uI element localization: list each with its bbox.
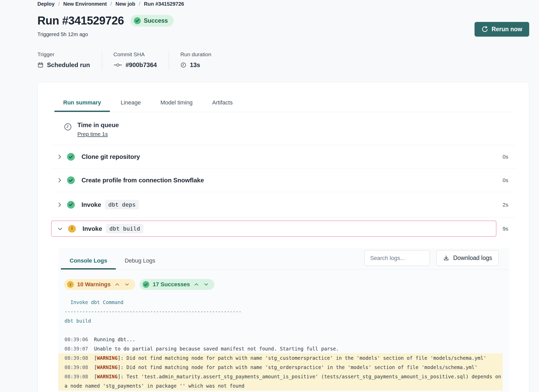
breadcrumb: Deploy / New Environment / New job / Run… (37, 0, 529, 7)
log-warning-tag: WARNING (97, 355, 118, 361)
meta-commit: Commit SHA #900b7364 (113, 51, 169, 70)
chevron-down-icon[interactable] (58, 227, 63, 231)
run-duration-label: Run duration (180, 51, 211, 58)
log-filter-badges: ! 10 Warnings 17 Successes (58, 270, 509, 290)
breadcrumb-current-run: Run #341529726 (144, 1, 184, 7)
step-invoke-dbt-build-row: ! Invoke dbt build 9s (51, 221, 516, 237)
step-duration: 9s (503, 226, 516, 232)
tab-lineage[interactable]: Lineage (112, 97, 150, 112)
page-title: Run #341529726 (37, 14, 124, 27)
tab-console-logs[interactable]: Console Logs (61, 255, 116, 270)
success-check-icon (67, 176, 75, 184)
tab-artifacts[interactable]: Artifacts (203, 97, 241, 112)
log-line: ----------------------------------------… (58, 307, 503, 316)
success-check-icon (143, 281, 149, 288)
download-logs-label: Download logs (453, 255, 492, 262)
rerun-icon (481, 26, 488, 33)
log-line: 08:39:08 [WARNING]: Did not find matchin… (58, 363, 503, 372)
log-content: Invoke dbt Command----------------------… (58, 298, 503, 390)
chevron-right-icon[interactable] (58, 154, 62, 159)
run-duration-value: 13s (190, 61, 200, 69)
step-duration: 0s (503, 154, 516, 160)
queue-clock-icon (63, 123, 72, 137)
commit-sha-label: Commit SHA (113, 51, 157, 58)
tab-run-summary[interactable]: Run summary (54, 97, 110, 112)
step-create-profile-snowflake[interactable]: Create profile from connection Snowflake… (51, 169, 516, 192)
warning-icon: ! (67, 281, 74, 288)
log-line: 08:39:08 [WARNING]: Test 'test.admin_mat… (58, 372, 503, 390)
trigger-label: Trigger (37, 51, 90, 58)
status-badge: Success (130, 15, 173, 27)
run-summary-card: Run summary Lineage Model timing Artifac… (37, 82, 529, 392)
download-icon (443, 255, 449, 261)
successes-badge-label: 17 Successes (153, 281, 190, 288)
log-line: dbt build (58, 316, 503, 325)
calendar-icon (37, 62, 44, 68)
run-meta: Trigger Scheduled run Commit SHA #900b73… (37, 51, 529, 70)
clock-icon (180, 62, 186, 68)
breadcrumb-deploy[interactable]: Deploy (37, 1, 55, 7)
trigger-value: Scheduled run (47, 61, 90, 69)
breadcrumb-separator: / (139, 1, 140, 7)
search-logs-input[interactable] (364, 250, 430, 266)
warnings-next-chevron-down-icon[interactable] (124, 282, 130, 287)
chevron-right-icon[interactable] (58, 178, 62, 183)
step-label: Invoke (81, 201, 101, 208)
meta-duration: Run duration 13s (180, 51, 223, 70)
git-commit-icon (113, 62, 122, 68)
step-label: Clone git repository (81, 153, 140, 160)
tab-model-timing[interactable]: Model timing (152, 97, 201, 112)
log-timestamp: 08:39:07 (64, 346, 88, 352)
logs-panel: Console Logs Debug Logs Download logs ! (58, 248, 509, 392)
time-in-queue-title: Time in queue (77, 121, 119, 129)
commit-sha-value: #900b7364 (126, 61, 157, 69)
download-logs-button[interactable]: Download logs (436, 250, 499, 266)
prep-time-link[interactable]: Prep time 1s (77, 131, 108, 137)
successes-badge[interactable]: 17 Successes (140, 279, 214, 290)
step-command-chip: dbt deps (105, 200, 139, 209)
step-label: Invoke (83, 225, 102, 232)
rerun-now-button[interactable]: Rerun now (475, 22, 529, 37)
step-invoke-dbt-build[interactable]: ! Invoke dbt build (51, 221, 496, 237)
warnings-badge[interactable]: ! 10 Warnings (64, 279, 135, 290)
warnings-badge-label: 10 Warnings (77, 281, 111, 288)
warnings-prev-chevron-up-icon[interactable] (114, 282, 120, 287)
log-timestamp: 08:39:06 (64, 337, 88, 342)
run-header: Run #341529726 Success Triggered 5h 12m … (37, 14, 529, 37)
log-timestamp: 08:39:08 (64, 374, 88, 379)
step-label: Create profile from connection Snowflake (81, 177, 204, 184)
breadcrumb-new-job[interactable]: New job (116, 1, 135, 7)
log-line: 08:39:08 [WARNING]: Did not find matchin… (58, 353, 503, 363)
step-command-chip: dbt build (106, 224, 143, 233)
breadcrumb-new-environment[interactable]: New Environment (63, 1, 107, 7)
log-tabs: Console Logs Debug Logs (61, 255, 164, 270)
success-check-icon (67, 201, 75, 209)
successes-prev-chevron-up-icon[interactable] (193, 282, 200, 287)
chevron-right-icon[interactable] (58, 202, 62, 207)
run-tabs: Run summary Lineage Model timing Artifac… (54, 97, 516, 112)
success-check-icon (67, 153, 75, 161)
successes-next-chevron-down-icon[interactable] (203, 282, 209, 287)
step-duration: 2s (503, 202, 516, 208)
meta-trigger: Trigger Scheduled run (37, 51, 102, 70)
triggered-ago-text: Triggered 5h 12m ago (37, 31, 174, 37)
breadcrumb-separator: / (110, 1, 112, 7)
success-check-icon (134, 17, 141, 24)
tab-debug-logs[interactable]: Debug Logs (116, 255, 164, 270)
log-line (58, 325, 503, 335)
time-in-queue-section: Time in queue Prep time 1s (51, 112, 516, 145)
step-invoke-dbt-deps[interactable]: Invoke dbt deps 2s (51, 192, 516, 217)
log-timestamp: 08:39:08 (64, 364, 88, 370)
step-clone-git-repository[interactable]: Clone git repository 0s (51, 145, 516, 169)
log-warning-tag: WARNING (97, 374, 118, 379)
step-duration: 0s (503, 177, 516, 183)
logs-toolbar: Console Logs Debug Logs Download logs (58, 248, 509, 270)
status-badge-label: Success (144, 17, 168, 24)
log-line: 08:39:07 Unable to do partial parsing be… (58, 344, 503, 353)
log-line: 08:39:06 Running dbt... (58, 335, 503, 344)
log-warning-tag: WARNING (97, 364, 118, 370)
log-line: Invoke dbt Command (58, 298, 503, 307)
breadcrumb-separator: / (58, 1, 60, 7)
log-timestamp: 08:39:08 (64, 355, 88, 361)
warning-icon: ! (68, 225, 76, 233)
